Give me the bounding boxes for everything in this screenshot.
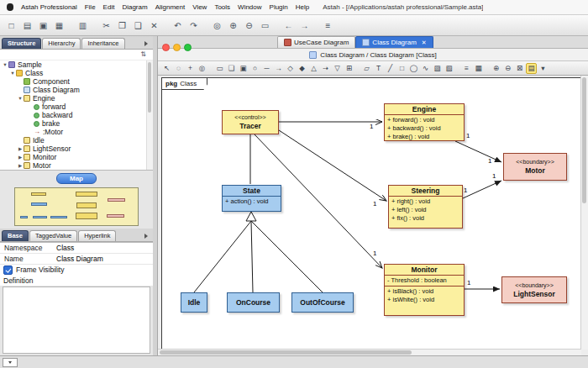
zoom-in-tool-icon[interactable]: ⊕ (491, 63, 501, 74)
save-all-icon[interactable]: ▦ (52, 18, 66, 33)
tree-item[interactable]: ▼Engine (0, 94, 153, 103)
tree-item[interactable]: Idle (0, 136, 153, 145)
association-tool-icon[interactable]: ─ (261, 63, 272, 74)
grid-tool-icon[interactable]: ▦ (473, 63, 484, 74)
edge-idle-state[interactable] (194, 221, 251, 292)
dependency-tool-icon[interactable]: ⇢ (320, 63, 331, 74)
apple-menu-icon[interactable] (7, 3, 13, 11)
tree-item[interactable]: ▼Sample (0, 60, 153, 69)
tab-class-diagram[interactable]: Class Diagram ✕ (355, 36, 433, 48)
panel-splitter[interactable] (153, 36, 158, 356)
rect-tool-icon[interactable]: □ (396, 63, 407, 74)
redo-icon[interactable]: ↷ (186, 18, 201, 33)
select-tool-icon[interactable]: ↖ (161, 63, 172, 74)
minimize-button[interactable] (173, 44, 181, 51)
zoom-tool-icon[interactable]: ◎ (197, 63, 207, 74)
tab-inheritance[interactable]: Inheritance (81, 38, 124, 49)
vertical-scrollbar-thumb[interactable] (582, 77, 586, 203)
text-tool-icon[interactable]: T (373, 63, 384, 74)
expander-icon[interactable]: ▼ (9, 69, 16, 77)
ellipse-tool-icon[interactable]: ◯ (408, 63, 419, 74)
definition-textarea[interactable] (3, 287, 150, 354)
highlighter-tool-icon[interactable]: ▧ (444, 63, 454, 74)
copy-icon[interactable]: ❐ (115, 18, 129, 33)
line-tool-icon[interactable]: ╱ (385, 63, 396, 74)
package-tool-icon[interactable]: ❏ (226, 63, 237, 74)
more-tools-icon[interactable]: ▾ (538, 63, 549, 74)
class-steering[interactable]: Steering + right() : void + left() : voi… (388, 185, 463, 229)
expander-icon[interactable]: ▼ (2, 60, 8, 69)
edge-outofcourse-state[interactable] (251, 221, 323, 292)
statusbar-selector[interactable] (3, 358, 18, 367)
menu-item[interactable]: Help (296, 3, 309, 11)
multiplicity-label[interactable]: 1 (492, 173, 496, 180)
map-button[interactable]: Map (56, 173, 97, 184)
tab-usecase-diagram[interactable]: UseCase Diagram (277, 36, 355, 48)
expander-icon[interactable]: ▼ (17, 94, 24, 103)
zoom-fit-icon[interactable]: ▭ (258, 18, 272, 33)
menu-item[interactable]: Diagram (122, 3, 147, 11)
menu-item[interactable]: File (85, 3, 96, 11)
tree-item[interactable]: ▶Motor (0, 161, 153, 170)
menu-item[interactable]: Tools (214, 3, 230, 11)
class-motor[interactable]: <<boundary>> Motor (503, 153, 567, 181)
menu-item[interactable]: View (192, 3, 207, 11)
multiplicity-label[interactable]: 1 (488, 158, 491, 165)
diagram-page[interactable]: pkgClass <<control>> Tracer Engine + for… (161, 77, 581, 350)
tree-item[interactable]: ▼Class (0, 69, 153, 77)
composition-tool-icon[interactable]: ◆ (297, 63, 307, 74)
find-icon[interactable]: ◎ (210, 18, 224, 33)
aggregation-tool-icon[interactable]: ◇ (285, 63, 296, 74)
frame-visibility-checkbox[interactable] (3, 265, 13, 275)
multiplicity-label[interactable]: 1 (370, 124, 373, 130)
tree-item[interactable]: ▶Monitor (0, 153, 153, 161)
property-tab-overflow-icon[interactable] (141, 231, 151, 241)
undo-icon[interactable]: ↶ (171, 18, 185, 33)
tree-item[interactable]: Component (0, 77, 153, 86)
edge-tracer-steering[interactable] (279, 130, 386, 201)
menu-item[interactable]: Alignment (155, 3, 186, 11)
menu-item[interactable]: Edit (103, 3, 115, 11)
tree-scrollbar-thumb[interactable] (148, 62, 151, 113)
new-file-icon[interactable]: □ (4, 18, 18, 33)
expander-icon[interactable]: ▶ (17, 145, 24, 153)
diagram-canvas[interactable]: pkgClass <<control>> Tracer Engine + for… (158, 76, 588, 356)
frame-visibility-tool-icon[interactable]: ▤ (526, 63, 537, 74)
vertical-scrollbar[interactable] (580, 76, 588, 350)
close-tab-icon[interactable]: ✕ (422, 39, 427, 45)
generalization-tool-icon[interactable]: △ (308, 63, 319, 74)
freehand-tool-icon[interactable]: ∿ (420, 63, 431, 74)
open-icon[interactable]: ▤ (20, 18, 34, 33)
tab-base[interactable]: Base (2, 230, 29, 241)
tab-taggedvalue[interactable]: TaggedValue (29, 230, 77, 241)
interface-tool-icon[interactable]: ○ (249, 63, 260, 74)
multiplicity-label[interactable]: 1 (466, 133, 470, 139)
menu-item[interactable]: Window (238, 3, 261, 11)
image-tool-icon[interactable]: ▨ (432, 63, 443, 74)
cut-icon[interactable]: ✂ (99, 18, 113, 33)
zoom-in-icon[interactable]: ⊕ (226, 18, 240, 33)
name-value[interactable]: Class Diagram (56, 255, 153, 263)
class-tool-icon[interactable]: ▭ (214, 63, 225, 74)
class-monitor[interactable]: Monitor - Threshold : boolean + isBlack(… (384, 264, 465, 316)
edge-oncourse-state[interactable] (251, 221, 253, 292)
scroll-tool-icon[interactable]: + (185, 63, 196, 74)
class-lightsensor[interactable]: <<boundary>> LightSensor (501, 276, 567, 303)
model-settings-icon[interactable]: ≡ (321, 18, 335, 33)
zoom-out-tool-icon[interactable]: ⊖ (502, 63, 513, 74)
multiplicity-label[interactable]: 1 (464, 187, 467, 194)
class-outofcourse[interactable]: OutOfCourse (291, 292, 354, 313)
close-button[interactable] (162, 44, 170, 51)
class-idle[interactable]: Idle (181, 292, 207, 313)
tree-item[interactable]: →:Motor (0, 128, 153, 136)
zoom-out-icon[interactable]: ⊖ (242, 18, 256, 33)
maximize-button[interactable] (184, 44, 192, 51)
class-tracer[interactable]: <<control>> Tracer (222, 110, 279, 134)
tree-item[interactable]: forward (0, 103, 153, 111)
minimap[interactable] (14, 187, 139, 226)
multiplicity-label[interactable]: 1 (373, 250, 376, 257)
menu-item[interactable]: Astah Professional (21, 3, 77, 11)
paste-icon[interactable]: ❑ (131, 18, 145, 33)
tree-item[interactable]: brake (0, 119, 153, 128)
lasso-tool-icon[interactable]: ◌ (173, 63, 184, 74)
